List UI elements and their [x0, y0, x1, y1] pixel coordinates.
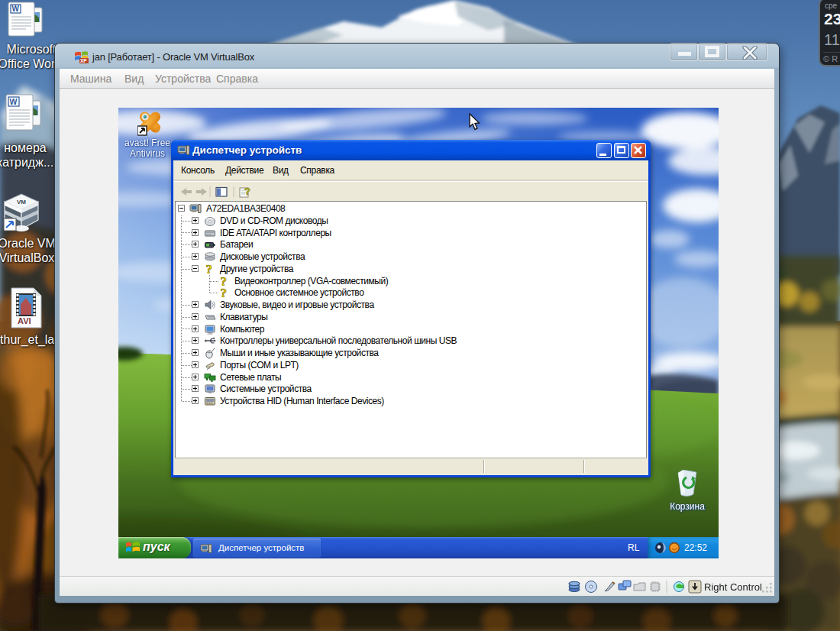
- svg-text:W: W: [10, 97, 18, 106]
- svg-text:XP: XP: [80, 58, 87, 63]
- svg-text:AVI: AVI: [18, 316, 31, 325]
- svg-text:W: W: [12, 5, 20, 13]
- svg-text:VM: VM: [17, 199, 26, 205]
- svg-text:?: ?: [244, 186, 250, 197]
